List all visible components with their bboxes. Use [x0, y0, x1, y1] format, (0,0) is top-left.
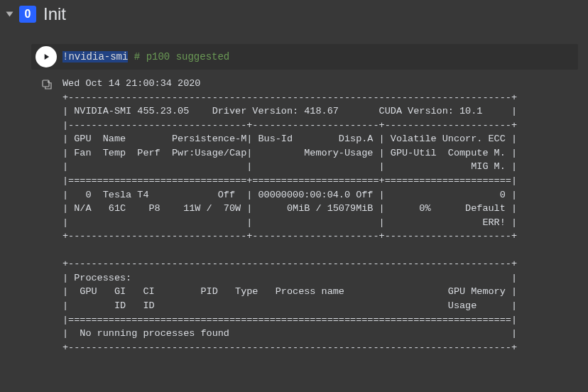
code-command: nvidia-smi	[68, 51, 128, 62]
run-cell-button[interactable]	[36, 46, 57, 67]
output-toggle-icon[interactable]	[40, 78, 53, 91]
code-comment: # p100 suggested	[134, 51, 229, 62]
cell-output-row: Wed Oct 14 21:00:34 2020 +--------------…	[31, 77, 578, 354]
code-space	[128, 51, 134, 62]
cell-input-row: !nvidia-smi # p100 suggested	[31, 44, 578, 70]
heading-title: Init	[43, 4, 66, 24]
code-cell: !nvidia-smi # p100 suggested Wed Oct 14 …	[31, 44, 578, 354]
output-gutter	[31, 77, 62, 91]
section-heading-row: 0 Init	[0, 0, 588, 28]
heading-index-badge: 0	[19, 6, 36, 23]
code-editor[interactable]: !nvidia-smi # p100 suggested	[62, 47, 229, 67]
play-icon	[41, 52, 51, 62]
collapse-toggle-icon[interactable]	[6, 12, 13, 17]
cell-output-text: Wed Oct 14 21:00:34 2020 +--------------…	[62, 77, 517, 354]
